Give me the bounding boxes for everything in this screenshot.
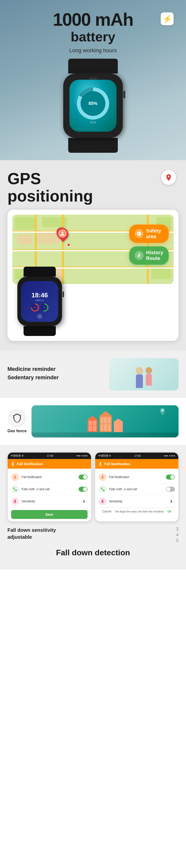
gps-title: GPS positioning	[7, 170, 179, 205]
route-history-button[interactable]: HistoryRoute	[129, 246, 169, 265]
fall-notification-icon	[11, 473, 19, 481]
watch-band-bottom	[68, 138, 118, 153]
ok-button[interactable]: Ok	[167, 510, 171, 513]
3d-buildings	[87, 411, 123, 432]
lightning-icon: ⚡	[161, 12, 174, 25]
phone-2-time: 17:50	[134, 455, 141, 457]
falls-call-label: Falls notif...n and call	[22, 488, 50, 491]
watch-screen: 85% 18:46	[70, 80, 116, 132]
map-person-pin	[57, 227, 68, 242]
falls-call-left-2: Falls notif...n and call	[99, 485, 137, 493]
sensitivity-label-2: Sensitivity	[109, 500, 123, 503]
person-2	[145, 367, 152, 385]
gps-action-buttons: Safetyarea HistoryRoute	[129, 224, 169, 265]
sensitivity-left: Sensitivity	[11, 497, 35, 505]
sensitivity-label: Sensitivity	[22, 500, 35, 503]
location-pin-icon	[159, 408, 166, 418]
fall-notification-label: Fall Notification	[22, 475, 42, 479]
phone-1-header: ❮ Fall Notification	[8, 459, 91, 469]
geofence-left: Geo fence	[7, 409, 27, 433]
gps-watch-body: 18:46 WED 01 118 24	[17, 277, 62, 326]
gps-watch-screen: 18:46 WED 01 118 24	[21, 281, 58, 322]
battery-arc: 85%	[77, 87, 109, 120]
fall-notification-icon-2	[99, 473, 107, 481]
map-red-dot	[67, 243, 71, 247]
safety-area-button[interactable]: Safetyarea	[129, 224, 169, 243]
falls-call-toggle-2[interactable]	[166, 487, 175, 492]
watch-side-button	[123, 91, 125, 98]
phone-1-header-title: Fall Notification	[17, 462, 43, 466]
sensitivity-note: The larger the value, the lower the sens…	[111, 510, 167, 513]
gps-watch-time: 18:46	[31, 291, 48, 299]
fall-notification-left-2: Fall Notification	[99, 473, 129, 481]
falls-call-label-2: Falls notif...n and call	[109, 488, 137, 491]
gps-section: GPS positioning	[0, 160, 186, 351]
health-section: Medicine reminder Sedentary reminder	[0, 351, 186, 398]
fall-numbers: 3 4 5	[169, 527, 179, 543]
geofence-image	[31, 405, 179, 437]
watch-band-top	[68, 59, 118, 73]
person-1	[136, 367, 143, 388]
geofence-section: Geo fence	[0, 398, 186, 445]
fall-number-4: 4	[176, 532, 179, 537]
fall-phones-row: 中国联通 令 17:50 ●●● ● 66% ❮ Fall Notificati…	[7, 452, 179, 522]
battery-percentage: 85%	[81, 91, 105, 116]
phone-1-content: Fall Notification Falls notif...n and ca…	[8, 469, 91, 521]
battery-label: battery	[53, 29, 133, 44]
fall-description-line1: Fall down sensitivity	[7, 527, 164, 533]
cancel-button[interactable]: Cancel	[102, 510, 111, 513]
phone-mockup-1: 中国联通 令 17:50 ●●● ● 66% ❮ Fall Notificati…	[7, 452, 91, 522]
gps-card: Safetyarea HistoryRoute	[7, 210, 179, 341]
fall-notification-toggle-2[interactable]	[166, 474, 175, 479]
phone-2-status-bar: 中国联通 令 17:50 ●●● ● 66%	[95, 453, 179, 459]
back-arrow-2-icon[interactable]: ❮	[99, 462, 102, 466]
health-text: Medicine reminder Sedentary reminder	[7, 366, 104, 383]
gps-watch-area: 18:46 WED 01 118 24	[12, 286, 174, 336]
chevron-right-2-icon: ›	[174, 499, 175, 503]
sensitivity-row: Sensitivity 3 ›	[11, 495, 87, 507]
route-icon	[135, 251, 143, 260]
geofence-icon	[8, 409, 26, 427]
battery-section: ⚡ 1000 mAh battery Long working hours 85…	[0, 0, 186, 160]
falls-call-row: Falls notif...n and call	[11, 483, 87, 495]
gps-title-line1: GPS	[7, 170, 41, 188]
phone-2-header-title: Fall Notification	[104, 462, 130, 466]
sensitivity-value: 3	[83, 499, 85, 503]
fall-number-5: 5	[176, 538, 179, 543]
battery-capacity: 1000 mAh	[53, 10, 133, 29]
phone-1-status-bar: 中国联通 令 17:50 ●●● ● 66%	[8, 453, 91, 459]
gps-title-line2: positioning	[7, 187, 93, 205]
fall-description: Fall down sensitivity adjustable	[7, 527, 164, 540]
sensitivity-icon-2	[99, 497, 107, 505]
falls-call-row-2: Falls notif...n and call	[99, 483, 175, 495]
gps-watch: 18:46 WED 01 118 24	[17, 267, 62, 336]
save-button[interactable]: Save	[11, 510, 87, 519]
fall-notification-label-2: Fall Notification	[109, 475, 129, 479]
sensitivity-value-2: 3	[170, 499, 172, 503]
fall-bottom-area: Fall down sensitivity adjustable 3 4 5	[7, 527, 179, 543]
watch-time-display: 18:46	[90, 121, 96, 124]
fall-section-title: Fall down detection	[7, 548, 179, 562]
phone-1-time: 17:50	[47, 455, 53, 457]
phone-2-carrier: 中国联通 令	[98, 454, 111, 458]
sensitivity-icon	[11, 497, 19, 505]
back-arrow-icon[interactable]: ❮	[11, 462, 15, 466]
falls-call-icon	[11, 485, 19, 493]
fall-number-3: 3	[176, 527, 179, 532]
phone-2-content: Fall Notification Falls notif...n and ca…	[95, 469, 179, 518]
watch-body: 85% 18:46	[63, 73, 123, 138]
route-history-label: HistoryRoute	[146, 250, 163, 261]
fall-notification-toggle[interactable]	[79, 474, 87, 479]
safety-area-label: Safetyarea	[146, 228, 161, 239]
phone-2-status-icons: ●●● ● 66%	[164, 455, 175, 457]
sensitivity-left-2: Sensitivity	[99, 497, 123, 505]
fall-section: 中国联通 令 17:50 ●●● ● 66% ❮ Fall Notificati…	[0, 445, 186, 570]
falls-call-icon-2	[99, 485, 107, 493]
chevron-right-icon: ›	[86, 499, 87, 503]
phone-1-status-icons: ●●● ● 66%	[76, 455, 88, 457]
gps-pin-icon	[161, 170, 176, 185]
battery-title: 1000 mAh battery	[53, 10, 133, 44]
people-silhouette	[133, 365, 155, 391]
falls-call-toggle[interactable]	[79, 487, 87, 492]
geofence-label: Geo fence	[7, 429, 27, 433]
